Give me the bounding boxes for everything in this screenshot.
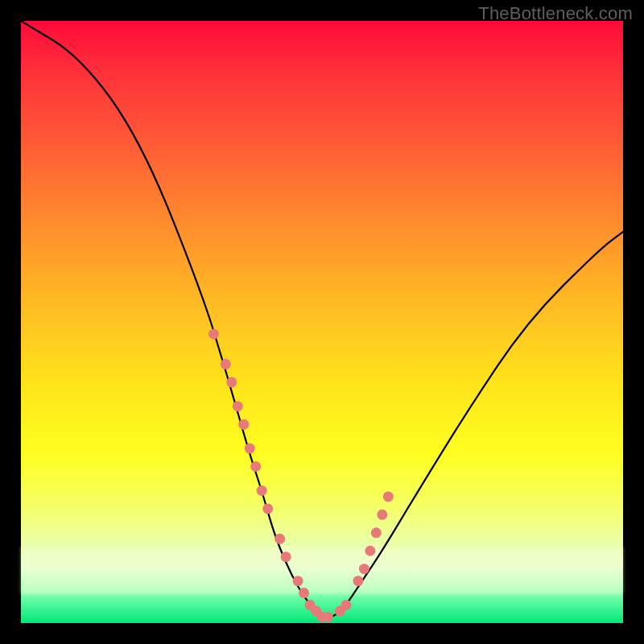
curve-marker <box>233 401 243 411</box>
curve-marker <box>353 576 363 586</box>
curve-marker <box>323 612 333 622</box>
curve-markers <box>208 328 394 622</box>
curve-marker <box>257 485 267 496</box>
curve-marker <box>377 510 387 520</box>
curve-marker <box>221 359 231 369</box>
curve-marker <box>383 491 394 502</box>
bottleneck-curve <box>21 21 623 623</box>
curve-marker <box>281 551 291 562</box>
curve-marker <box>208 328 219 339</box>
curve-marker <box>365 546 375 556</box>
curve-marker <box>275 534 285 544</box>
watermark-text: TheBottleneck.com <box>478 3 633 24</box>
curve-marker <box>371 527 382 538</box>
curve-marker <box>226 377 237 387</box>
curve-marker <box>238 419 249 430</box>
curve-marker <box>245 444 255 454</box>
curve-marker <box>341 600 351 610</box>
curve-marker <box>250 461 261 472</box>
curve-marker <box>293 576 303 586</box>
curve-marker <box>359 564 369 574</box>
chart-plot-area <box>21 21 623 623</box>
curve-line <box>21 21 623 617</box>
curve-marker <box>262 503 273 514</box>
curve-marker <box>299 588 309 598</box>
